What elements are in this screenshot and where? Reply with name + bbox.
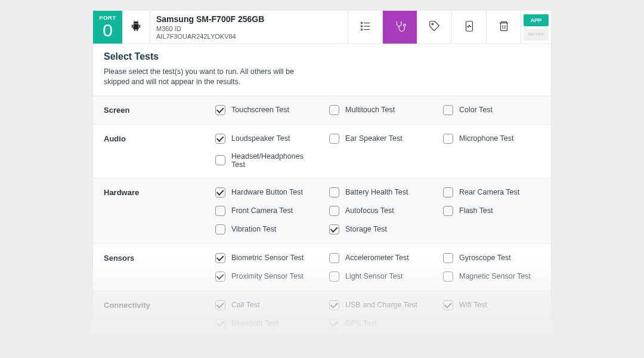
test-checkbox[interactable] bbox=[215, 206, 225, 216]
test-item[interactable]: Rear Camera Test bbox=[437, 183, 551, 202]
test-checkbox[interactable] bbox=[215, 134, 225, 144]
test-label: Ear Speaker Test bbox=[345, 134, 402, 143]
test-item[interactable]: Storage Test bbox=[323, 220, 437, 239]
test-item[interactable]: Flash Test bbox=[437, 202, 551, 220]
svg-rect-2 bbox=[140, 24, 141, 28]
tests-grid: Call TestUSB and Charge TestWifi TestBlu… bbox=[209, 291, 551, 338]
test-item[interactable]: Accelerometer Test bbox=[323, 249, 437, 267]
svg-rect-16 bbox=[500, 23, 507, 31]
test-checkbox[interactable] bbox=[443, 300, 453, 310]
test-label: Color Test bbox=[459, 106, 493, 114]
test-item[interactable]: Color Test bbox=[437, 101, 551, 119]
test-label: Vibration Test bbox=[231, 225, 276, 233]
svg-point-7 bbox=[361, 22, 362, 23]
test-label: GPS Test bbox=[345, 319, 377, 328]
test-item[interactable]: Biometric Sensor Test bbox=[209, 249, 323, 267]
test-item[interactable]: Vibration Test bbox=[209, 220, 323, 239]
test-item[interactable]: Ear Speaker Test bbox=[323, 129, 437, 148]
test-checkbox[interactable] bbox=[443, 134, 453, 144]
test-item[interactable]: GPS Test bbox=[323, 314, 437, 333]
test-item[interactable]: Gyroscope Test bbox=[437, 249, 551, 267]
test-checkbox[interactable] bbox=[443, 253, 453, 263]
test-checkbox[interactable] bbox=[443, 271, 453, 282]
test-label: Flash Test bbox=[459, 206, 493, 215]
platform-icon-box bbox=[122, 11, 150, 44]
test-checkbox[interactable] bbox=[443, 187, 453, 197]
test-checkbox[interactable] bbox=[215, 224, 225, 234]
test-item[interactable]: Hardware Button Test bbox=[209, 183, 323, 202]
categories-list: ScreenTouchscreen TestMultitouch TestCol… bbox=[93, 96, 551, 338]
tag-icon bbox=[428, 20, 441, 35]
page-title: Select Tests bbox=[104, 51, 540, 62]
test-item[interactable]: Front Camera Test bbox=[209, 202, 323, 220]
test-item[interactable]: Loudspeaker Test bbox=[209, 129, 323, 148]
app-button[interactable]: APP bbox=[524, 14, 549, 26]
test-checkbox[interactable] bbox=[215, 105, 225, 115]
category-row: SensorsBiometric Sensor TestAcceleromete… bbox=[93, 244, 551, 291]
toolbar-diagnostics-button[interactable] bbox=[383, 11, 417, 44]
test-label: Battery Health Test bbox=[345, 188, 408, 196]
test-item[interactable]: Microphone Test bbox=[437, 129, 551, 148]
test-label: USB and Charge Test bbox=[345, 301, 417, 309]
test-item[interactable]: Autofocus Test bbox=[323, 202, 437, 220]
test-item[interactable]: Proximity Sensor Test bbox=[209, 267, 323, 286]
test-checkbox[interactable] bbox=[443, 105, 453, 115]
test-item[interactable]: Bluetooth Test bbox=[209, 314, 323, 333]
test-checkbox[interactable] bbox=[329, 271, 339, 282]
test-label: Call Test bbox=[231, 301, 260, 309]
test-label: Storage Test bbox=[345, 225, 387, 233]
svg-point-9 bbox=[361, 26, 362, 27]
test-checkbox[interactable] bbox=[215, 187, 225, 197]
category-label: Audio bbox=[93, 125, 209, 153]
test-checkbox[interactable] bbox=[329, 319, 339, 329]
test-item[interactable]: Battery Health Test bbox=[323, 183, 437, 202]
test-item[interactable]: Magnetic Sensor Test bbox=[437, 267, 551, 286]
device-panel: PORT 0 Samsung SM-F700F 256GB M360 ID bbox=[93, 11, 551, 338]
test-item[interactable]: Light Sensor Test bbox=[323, 267, 437, 286]
category-label: Connectivity bbox=[93, 291, 209, 319]
test-label: Autofocus Test bbox=[345, 206, 394, 215]
tests-grid: Loudspeaker TestEar Speaker TestMicropho… bbox=[209, 125, 551, 178]
test-checkbox[interactable] bbox=[215, 300, 225, 310]
test-label: Microphone Test bbox=[459, 134, 514, 143]
test-checkbox[interactable] bbox=[215, 271, 225, 282]
svg-rect-15 bbox=[466, 21, 472, 32]
test-item[interactable]: Call Test bbox=[209, 296, 323, 314]
tests-grid: Biometric Sensor TestAccelerometer TestG… bbox=[209, 244, 551, 291]
toolbar-list-button[interactable] bbox=[348, 11, 383, 44]
svg-rect-4 bbox=[137, 30, 138, 32]
test-checkbox[interactable] bbox=[215, 155, 225, 165]
android-icon bbox=[129, 20, 143, 35]
test-checkbox[interactable] bbox=[215, 319, 225, 329]
svg-line-6 bbox=[137, 21, 138, 22]
test-item[interactable]: Multitouch Test bbox=[323, 101, 437, 119]
page-description: Please select the test(s) you want to ru… bbox=[104, 67, 318, 87]
test-item[interactable]: USB and Charge Test bbox=[323, 296, 437, 314]
device-id-label: M360 ID bbox=[156, 25, 342, 32]
device-info: Samsung SM-F700F 256GB M360 ID AIL7F3OUA… bbox=[150, 11, 348, 44]
test-checkbox[interactable] bbox=[443, 206, 453, 216]
test-checkbox[interactable] bbox=[329, 206, 339, 216]
category-label: Hardware bbox=[93, 178, 209, 206]
test-item[interactable]: Touchscreen Test bbox=[209, 101, 323, 119]
test-item[interactable]: Headset/Headphones Test bbox=[209, 148, 323, 173]
test-item[interactable]: Wifi Test bbox=[437, 296, 551, 314]
toolbar-tag-button[interactable] bbox=[417, 11, 452, 44]
test-checkbox[interactable] bbox=[329, 224, 339, 234]
tests-grid: Hardware Button TestBattery Health TestR… bbox=[209, 178, 551, 243]
test-label: Wifi Test bbox=[459, 301, 487, 309]
test-checkbox[interactable] bbox=[329, 253, 339, 263]
test-checkbox[interactable] bbox=[215, 253, 225, 263]
test-checkbox[interactable] bbox=[329, 134, 339, 144]
svg-line-5 bbox=[134, 21, 135, 22]
port-box: PORT 0 bbox=[93, 11, 122, 44]
test-checkbox[interactable] bbox=[329, 187, 339, 197]
toolbar-delete-button[interactable] bbox=[487, 11, 521, 44]
test-checkbox[interactable] bbox=[329, 105, 339, 115]
test-label: Hardware Button Test bbox=[231, 188, 303, 196]
toolbar-report-button[interactable] bbox=[452, 11, 487, 44]
trash-icon bbox=[497, 20, 510, 35]
svg-rect-1 bbox=[132, 24, 133, 28]
test-checkbox[interactable] bbox=[329, 300, 339, 310]
stethoscope-icon bbox=[394, 20, 407, 35]
